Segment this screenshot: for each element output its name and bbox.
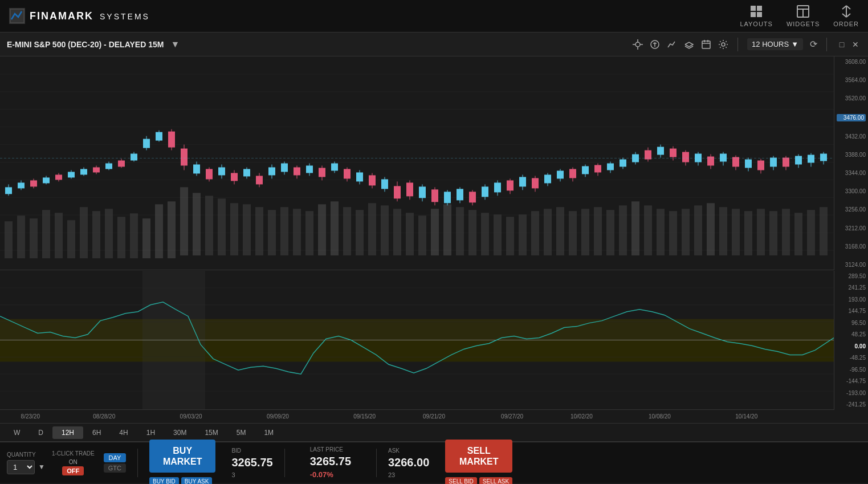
settings-button[interactable] — [718, 39, 728, 50]
svg-rect-191 — [544, 174, 551, 183]
crosshair-button[interactable] — [633, 39, 643, 50]
svg-rect-103 — [820, 207, 828, 255]
svg-rect-97 — [744, 211, 752, 255]
header: FINAMARK SYSTEMS LAYOUTS WIDGETS — [0, 0, 868, 32]
svg-rect-153 — [306, 165, 313, 173]
svg-rect-183 — [494, 182, 501, 192]
sell-ask-button[interactable]: SELL ASK — [479, 477, 512, 484]
bid-group: BID 3265.75 3 — [231, 448, 272, 478]
svg-rect-143 — [243, 169, 250, 176]
buy-bid-button[interactable]: BUY BID — [149, 477, 179, 484]
buy-market-label2: MARKET — [163, 456, 202, 467]
quantity-input[interactable]: 12510 — [7, 460, 35, 474]
svg-rect-2 — [751, 6, 756, 11]
svg-rect-159 — [344, 169, 351, 178]
gtc-button[interactable]: GTC — [104, 463, 126, 473]
svg-rect-5 — [757, 12, 762, 17]
tf-15M[interactable]: 15M — [195, 426, 227, 439]
tf-1H[interactable]: 1H — [137, 426, 164, 439]
svg-rect-73 — [443, 204, 451, 255]
svg-rect-161 — [356, 172, 363, 181]
close-button[interactable]: ✕ — [850, 39, 861, 50]
svg-rect-38 — [5, 221, 13, 258]
svg-rect-91 — [669, 211, 677, 255]
sell-bid-button[interactable]: SELL BID — [445, 477, 477, 484]
svg-rect-68 — [381, 205, 389, 255]
main-chart[interactable] — [0, 56, 834, 270]
svg-rect-147 — [268, 167, 275, 175]
tf-6H[interactable]: 6H — [83, 426, 110, 439]
refresh-button[interactable]: ⟳ — [810, 39, 817, 50]
timeframe-chevron: ▼ — [791, 40, 798, 48]
settings-icon — [718, 39, 728, 50]
svg-rect-215 — [695, 154, 702, 162]
layouts-label: LAYOUTS — [740, 21, 773, 27]
svg-rect-155 — [319, 168, 325, 177]
tf-30M[interactable]: 30M — [164, 426, 195, 439]
price-icon — [650, 39, 660, 50]
svg-rect-93 — [694, 205, 702, 255]
svg-rect-169 — [406, 182, 413, 196]
svg-rect-187 — [519, 177, 526, 186]
sell-sub-buttons: SELL BID SELL ASK — [445, 477, 512, 484]
tf-5M[interactable]: 5M — [227, 426, 255, 439]
svg-rect-95 — [719, 207, 727, 255]
svg-rect-86 — [606, 210, 614, 255]
time-label-1: 08/28/20 — [93, 413, 115, 420]
svg-rect-101 — [794, 213, 802, 255]
layers-button[interactable] — [684, 39, 694, 50]
svg-rect-74 — [456, 207, 464, 255]
minimize-button[interactable]: □ — [836, 39, 847, 50]
one-click-toggle: ON OFF — [52, 459, 95, 475]
svg-line-13 — [846, 14, 850, 17]
sell-market-button[interactable]: SELL MARKET — [445, 440, 512, 473]
buy-ask-button[interactable]: BUY ASK — [181, 477, 213, 484]
time-label-3: 09/09/20 — [267, 413, 289, 420]
svg-rect-69 — [393, 209, 401, 255]
logo: FINAMARK SYSTEMS — [9, 8, 150, 24]
time-label-8: 10/08/20 — [649, 413, 671, 420]
svg-rect-109 — [30, 180, 37, 186]
calendar-button[interactable] — [701, 39, 711, 50]
tf-W[interactable]: W — [5, 426, 29, 439]
time-label-0: 8/23/20 — [21, 413, 40, 420]
indicator-chart[interactable] — [0, 271, 834, 410]
widgets-button[interactable]: WIDGETS — [787, 5, 820, 27]
layouts-button[interactable]: LAYOUTS — [740, 5, 773, 27]
tf-4H[interactable]: 4H — [110, 426, 137, 439]
indicator-axis: 289.50 241.25 193.00 144.75 96.50 48.25 … — [834, 271, 868, 410]
bid-value: 3265.75 — [231, 456, 272, 469]
svg-rect-235 — [820, 154, 827, 161]
symbol-dropdown-icon[interactable]: ▼ — [170, 39, 180, 50]
buy-market-button[interactable]: BUY MARKET — [149, 440, 215, 473]
calendar-icon — [701, 39, 711, 50]
tf-12H[interactable]: 12H — [52, 426, 83, 439]
quantity-chevron: ▼ — [38, 463, 45, 471]
logo-icon — [9, 8, 25, 24]
oscillator-chart — [0, 271, 834, 409]
day-button[interactable]: DAY — [104, 453, 126, 462]
svg-rect-115 — [68, 172, 75, 177]
svg-line-12 — [842, 14, 846, 17]
tf-1M[interactable]: 1M — [255, 426, 283, 439]
svg-rect-90 — [657, 209, 665, 255]
svg-rect-72 — [431, 209, 439, 255]
chart-type-button[interactable] — [667, 39, 677, 50]
price-button[interactable] — [650, 39, 660, 50]
order-button[interactable]: ORDER — [833, 5, 859, 27]
svg-rect-82 — [556, 207, 564, 255]
off-toggle[interactable]: OFF — [62, 466, 84, 475]
svg-rect-47 — [117, 217, 125, 258]
timeframe-selector[interactable]: 12 HOURS ▼ — [747, 38, 803, 50]
svg-rect-42 — [55, 213, 63, 258]
svg-rect-213 — [682, 152, 689, 162]
svg-rect-233 — [808, 155, 814, 163]
svg-rect-53 — [193, 193, 201, 255]
svg-rect-185 — [507, 180, 514, 190]
svg-rect-64 — [331, 201, 339, 255]
svg-line-10 — [842, 6, 846, 9]
svg-rect-3 — [757, 6, 762, 11]
svg-rect-88 — [631, 201, 639, 255]
svg-rect-111 — [43, 177, 50, 183]
tf-D[interactable]: D — [29, 426, 52, 439]
